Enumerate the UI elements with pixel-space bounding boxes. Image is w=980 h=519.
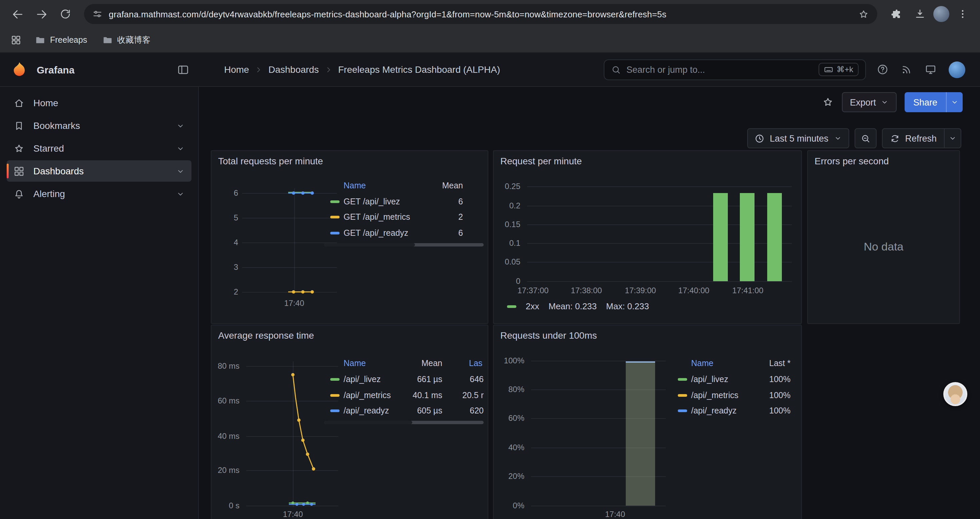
breadcrumb: Home Dashboards Freeleaps Metrics Dashbo… bbox=[224, 64, 500, 75]
breadcrumb-dashboards[interactable]: Dashboards bbox=[269, 64, 319, 75]
refresh-control: Refresh bbox=[881, 128, 961, 148]
panel-avg-response-time: Average response time 80 ms 60 ms 40 ms … bbox=[211, 325, 488, 519]
legend-value: 6 bbox=[419, 228, 463, 238]
grafana-user-avatar[interactable] bbox=[949, 61, 965, 78]
browser-profile-avatar[interactable] bbox=[933, 6, 949, 22]
legend-col-last[interactable]: Last * bbox=[744, 358, 791, 369]
series-swatch[interactable] bbox=[330, 409, 340, 412]
series-swatch[interactable] bbox=[507, 305, 516, 308]
chevron-down-icon[interactable] bbox=[176, 189, 185, 198]
zoom-out-button[interactable] bbox=[854, 128, 876, 148]
legend-series-name[interactable]: GET /api/_readyz bbox=[344, 228, 408, 238]
series-swatch[interactable] bbox=[330, 216, 340, 219]
legend-max: Max: 0.233 bbox=[606, 301, 649, 311]
legend-series-name[interactable]: GET /api/_livez bbox=[344, 196, 400, 207]
legend-col-mean[interactable]: Mean bbox=[419, 180, 463, 191]
series-swatch[interactable] bbox=[330, 378, 340, 381]
legend-value: 646 bbox=[449, 374, 484, 385]
downloads-icon[interactable] bbox=[909, 3, 931, 25]
series-swatch[interactable] bbox=[678, 409, 687, 412]
clock-icon bbox=[754, 133, 765, 143]
apps-grid-icon[interactable] bbox=[7, 31, 25, 50]
share-button[interactable]: Share bbox=[905, 92, 963, 112]
search-icon bbox=[611, 64, 621, 75]
help-icon[interactable] bbox=[877, 64, 889, 75]
share-dropdown-icon[interactable] bbox=[946, 92, 963, 112]
panel-errors-per-second: Errors per second No data bbox=[807, 150, 960, 324]
no-data-message: No data bbox=[808, 241, 959, 254]
chevron-down-icon[interactable] bbox=[176, 121, 185, 130]
favorite-star-icon[interactable] bbox=[822, 96, 834, 108]
series-swatch[interactable] bbox=[330, 394, 340, 397]
legend-value: 620 bbox=[449, 406, 484, 416]
legend-col-name[interactable]: Name bbox=[344, 180, 366, 191]
panel-request-per-minute: Request per minute 0.25 0.2 0.15 0.1 0.0… bbox=[493, 150, 802, 324]
legend-scrollbar-thumb[interactable] bbox=[324, 243, 415, 246]
screen: grafana.mathmast.com/d/deytv4rwavabkb/fr… bbox=[0, 0, 980, 519]
legend-value: 100% bbox=[744, 390, 791, 401]
time-range-picker[interactable]: Last 5 minutes bbox=[747, 128, 849, 148]
legend-value: 100% bbox=[744, 406, 791, 416]
legend-col-name[interactable]: Name bbox=[344, 358, 366, 369]
export-button[interactable]: Export bbox=[842, 92, 897, 112]
home-icon bbox=[13, 97, 25, 109]
legend-value: 100% bbox=[744, 374, 791, 385]
dock-sidebar-icon[interactable] bbox=[177, 63, 189, 76]
bell-icon bbox=[13, 188, 25, 200]
refresh-icon bbox=[889, 133, 900, 143]
series-swatch[interactable] bbox=[330, 200, 340, 203]
bookmark-item[interactable]: 收藏博客 bbox=[96, 32, 156, 48]
grafana-logo[interactable] bbox=[11, 61, 28, 78]
bookmark-icon bbox=[13, 120, 25, 131]
legend-col-name[interactable]: Name bbox=[691, 358, 713, 369]
sidebar-item-starred[interactable]: Starred bbox=[7, 137, 191, 159]
panel-title[interactable]: Errors per second bbox=[815, 156, 889, 166]
series-swatch[interactable] bbox=[678, 378, 687, 381]
legend-series-name[interactable]: /api/_metrics bbox=[691, 390, 738, 401]
sidebar-item-label: Home bbox=[33, 97, 58, 108]
legend-col-mean[interactable]: Mean bbox=[398, 358, 442, 369]
chevron-down-icon[interactable] bbox=[176, 144, 185, 153]
series-swatch[interactable] bbox=[330, 232, 340, 235]
sidebar-item-dashboards[interactable]: Dashboards bbox=[7, 160, 191, 182]
refresh-interval-dropdown[interactable] bbox=[944, 129, 961, 148]
news-rss-icon[interactable] bbox=[900, 64, 913, 75]
legend-series-name[interactable]: /api/_livez bbox=[344, 374, 380, 385]
keyboard-icon bbox=[824, 65, 833, 74]
address-bar[interactable]: grafana.mathmast.com/d/deytv4rwavabkb/fr… bbox=[84, 4, 877, 24]
sidebar-item-bookmarks[interactable]: Bookmarks bbox=[7, 115, 191, 136]
legend-series-name[interactable]: GET /api/_metrics bbox=[344, 212, 410, 222]
legend-value: 6 bbox=[419, 196, 463, 207]
monitor-icon[interactable] bbox=[924, 64, 937, 75]
sidebar-item-alerting[interactable]: Alerting bbox=[7, 183, 191, 204]
legend-col-last[interactable]: Las bbox=[469, 358, 482, 369]
chart-series[interactable] bbox=[494, 151, 802, 324]
series-swatch[interactable] bbox=[678, 394, 687, 397]
legend-series-name[interactable]: /api/_readyz bbox=[691, 406, 737, 416]
bookmark-star-icon[interactable] bbox=[858, 8, 869, 20]
forward-button[interactable] bbox=[31, 3, 52, 25]
sidebar-item-label: Starred bbox=[33, 143, 64, 153]
reload-button[interactable] bbox=[55, 3, 76, 25]
legend-series-name[interactable]: /api/_metrics bbox=[344, 390, 391, 401]
chart-series[interactable] bbox=[494, 325, 802, 519]
legend-series-name[interactable]: /api/_readyz bbox=[344, 406, 389, 416]
chevron-down-icon[interactable] bbox=[176, 167, 185, 175]
site-settings-icon[interactable] bbox=[92, 9, 103, 19]
legend-scrollbar-thumb[interactable] bbox=[324, 421, 412, 424]
breadcrumb-home[interactable]: Home bbox=[224, 64, 249, 75]
chevron-down-icon bbox=[834, 134, 842, 142]
extensions-icon[interactable] bbox=[885, 3, 907, 25]
back-button[interactable] bbox=[7, 3, 28, 25]
url-text[interactable]: grafana.mathmast.com/d/deytv4rwavabkb/fr… bbox=[109, 9, 852, 19]
brand-name[interactable]: Grafana bbox=[37, 64, 75, 75]
legend-value: 661 µs bbox=[398, 374, 442, 385]
legend-series-name[interactable]: /api/_livez bbox=[691, 374, 728, 385]
sidebar-item-home[interactable]: Home bbox=[7, 92, 191, 113]
refresh-button[interactable]: Refresh bbox=[882, 129, 944, 148]
legend-series-name[interactable]: 2xx bbox=[526, 301, 539, 311]
floating-assistant-avatar[interactable] bbox=[943, 382, 967, 406]
bookmark-item[interactable]: Freeleaps bbox=[29, 32, 92, 48]
browser-menu-icon[interactable] bbox=[952, 3, 973, 25]
search-input[interactable]: Search or jump to... ⌘+k bbox=[604, 59, 866, 80]
